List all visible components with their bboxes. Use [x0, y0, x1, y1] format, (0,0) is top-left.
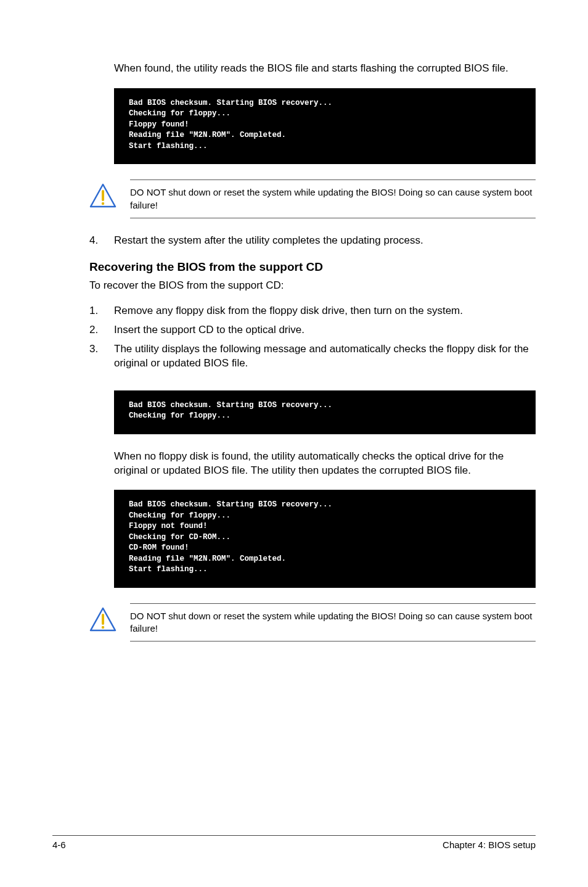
list-number: 2. — [89, 323, 114, 337]
intro-paragraph: When found, the utility reads the BIOS f… — [114, 62, 536, 76]
list-item: 2. Insert the support CD to the optical … — [89, 323, 536, 337]
section-heading: Recovering the BIOS from the support CD — [89, 260, 536, 274]
list-number: 1. — [89, 304, 114, 318]
list-text: The utility displays the following messa… — [114, 342, 536, 371]
warning-callout-2: DO NOT shut down or reset the system whi… — [89, 603, 536, 642]
terminal-output-3: Bad BIOS checksum. Starting BIOS recover… — [114, 490, 536, 588]
footer-chapter: Chapter 4: BIOS setup — [443, 840, 536, 850]
list-text: Restart the system after the utility com… — [114, 234, 536, 248]
warning-text-2: DO NOT shut down or reset the system whi… — [130, 603, 536, 642]
warning-callout-1: DO NOT shut down or reset the system whi… — [89, 179, 536, 218]
list-number: 4. — [89, 234, 114, 248]
terminal-output-1: Bad BIOS checksum. Starting BIOS recover… — [114, 88, 536, 165]
warning-icon — [89, 607, 116, 632]
list-item: 1. Remove any floppy disk from the flopp… — [89, 304, 536, 318]
svg-point-5 — [102, 626, 104, 629]
warning-text-1: DO NOT shut down or reset the system whi… — [130, 179, 536, 218]
warning-icon — [89, 183, 116, 208]
footer-page-number: 4-6 — [52, 840, 66, 850]
after-terminal2-paragraph: When no floppy disk is found, the utilit… — [114, 450, 536, 478]
list-text: Remove any floppy disk from the floppy d… — [114, 304, 536, 318]
list-item: 4. Restart the system after the utility … — [89, 234, 536, 248]
list-number: 3. — [89, 342, 114, 371]
section-subtext: To recover the BIOS from the support CD: — [89, 279, 536, 293]
svg-point-2 — [102, 202, 104, 205]
list-text: Insert the support CD to the optical dri… — [114, 323, 536, 337]
list-item: 3. The utility displays the following me… — [89, 342, 536, 371]
page-footer: 4-6 Chapter 4: BIOS setup — [52, 835, 536, 850]
terminal-output-2: Bad BIOS checksum. Starting BIOS recover… — [114, 390, 536, 434]
